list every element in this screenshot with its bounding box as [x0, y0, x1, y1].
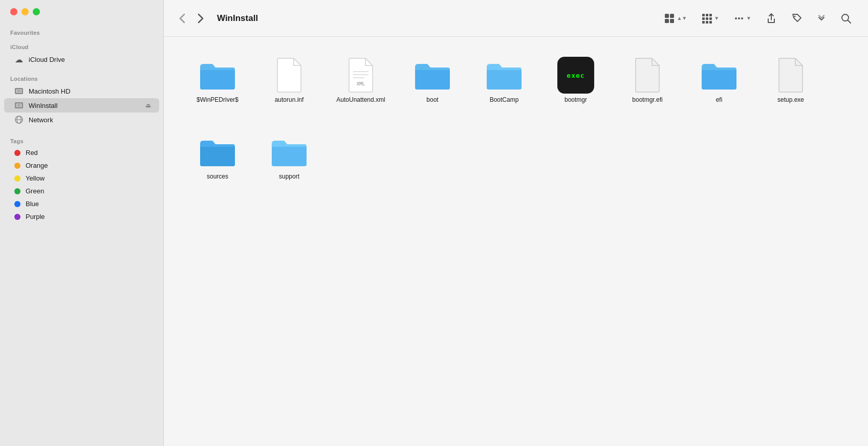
tag-button[interactable] — [787, 11, 807, 26]
folder-icon-efi — [699, 57, 740, 93]
file-item-sources[interactable]: sources — [184, 130, 251, 196]
file-item-autorun-inf[interactable]: autorun.inf — [256, 53, 322, 120]
macintosh-hd-label: Macintosh HD — [29, 87, 151, 95]
sidebar-item-tag-green[interactable]: Green — [4, 185, 159, 197]
file-item-support[interactable]: support — [256, 130, 322, 196]
svg-point-3 — [18, 91, 19, 92]
file-name-bootcamp: BootCamp — [490, 96, 519, 104]
file-item-bootmgr-efi[interactable]: bootmgr.efi — [614, 53, 681, 120]
doc-icon-setup-exe — [770, 57, 811, 93]
svg-rect-17 — [709, 14, 712, 16]
svg-rect-19 — [706, 17, 708, 20]
view-options-chevron-icon: ▼ — [714, 15, 719, 21]
file-name-sources: sources — [207, 173, 228, 181]
file-name-boot: boot — [426, 96, 438, 104]
tag-dot-orange — [14, 163, 20, 169]
tag-blue-label: Blue — [26, 200, 151, 208]
icloud-drive-label: iCloud Drive — [29, 56, 151, 63]
sidebar-item-tag-purple[interactable]: Purple — [4, 210, 159, 223]
svg-rect-12 — [670, 14, 674, 18]
tag-dot-red — [14, 150, 20, 156]
close-button[interactable] — [10, 8, 17, 15]
file-name-efi: efi — [716, 96, 723, 104]
doc-icon-autorun — [269, 57, 310, 93]
locations-label: Locations — [0, 72, 163, 84]
file-name-autorun-inf: autorun.inf — [275, 96, 304, 104]
file-name-support: support — [279, 173, 299, 181]
doc-icon-autounattend: XML — [340, 57, 381, 93]
exec-icon-bootmgr: exec — [555, 57, 596, 93]
file-name-winpedriver: $WinPEDriver$ — [197, 96, 238, 104]
svg-rect-21 — [702, 21, 705, 24]
tag-dot-blue — [14, 201, 20, 207]
tag-green-label: Green — [26, 187, 151, 195]
file-item-setup-exe[interactable]: setup.exe — [757, 53, 824, 120]
svg-point-24 — [735, 17, 737, 19]
svg-rect-20 — [709, 17, 712, 20]
svg-text:XML: XML — [357, 81, 365, 86]
svg-point-7 — [18, 105, 19, 106]
overflow-button[interactable] — [813, 12, 830, 25]
window-controls — [0, 8, 163, 26]
search-button[interactable] — [836, 11, 856, 26]
tags-label: Tags — [0, 134, 163, 146]
svg-rect-14 — [670, 19, 674, 23]
toolbar-title: WinInstall — [217, 13, 258, 24]
network-label: Network — [29, 116, 151, 124]
sidebar: Favourites iCloud ☁ iCloud Drive Locatio… — [0, 0, 164, 446]
tag-red-label: Red — [26, 149, 151, 157]
svg-rect-23 — [709, 21, 712, 24]
sidebar-item-wininstall[interactable]: WinInstall ⏏ — [4, 98, 159, 113]
network-icon — [14, 115, 24, 124]
file-item-efi[interactable]: efi — [686, 53, 752, 120]
file-name-autounattend: AutoUnattend.xml — [336, 96, 385, 104]
tag-orange-label: Orange — [26, 162, 151, 169]
svg-rect-16 — [706, 14, 708, 16]
sidebar-item-tag-yellow[interactable]: Yellow — [4, 172, 159, 185]
more-chevron-icon: ▼ — [746, 15, 751, 21]
tag-dot-green — [14, 188, 20, 194]
file-item-boot[interactable]: boot — [399, 53, 466, 120]
svg-point-25 — [738, 17, 740, 19]
minimize-button[interactable] — [21, 8, 29, 15]
file-name-bootmgr: bootmgr — [565, 96, 587, 104]
svg-rect-22 — [706, 21, 708, 24]
share-button[interactable] — [762, 11, 781, 26]
favourites-label: Favourites — [0, 26, 163, 38]
file-name-setup-exe: setup.exe — [777, 96, 804, 104]
sidebar-item-tag-orange[interactable]: Orange — [4, 159, 159, 172]
folder-icon-bootcamp — [484, 57, 525, 93]
wininstall-label: WinInstall — [29, 102, 140, 109]
view-options-button[interactable]: ▼ — [697, 11, 723, 26]
svg-rect-13 — [665, 19, 669, 23]
sidebar-item-macintosh-hd[interactable]: Macintosh HD — [4, 84, 159, 98]
sidebar-item-network[interactable]: Network — [4, 113, 159, 127]
svg-point-26 — [741, 17, 743, 19]
sidebar-item-icloud-drive[interactable]: ☁ iCloud Drive — [4, 52, 159, 66]
svg-rect-11 — [665, 14, 669, 18]
main-content: WinInstall ▲▼ — [164, 0, 868, 446]
exec-display: exec — [557, 57, 594, 94]
sidebar-item-tag-red[interactable]: Red — [4, 146, 159, 159]
toolbar: WinInstall ▲▼ — [164, 0, 868, 37]
folder-icon-sources — [197, 134, 238, 170]
more-options-button[interactable]: ▼ — [729, 11, 755, 26]
disk-icon-2 — [14, 101, 24, 110]
svg-rect-18 — [702, 17, 705, 20]
view-grid-button[interactable]: ▲▼ — [660, 11, 691, 26]
disk-icon — [14, 86, 24, 96]
folder-icon-boot — [412, 57, 453, 93]
file-grid: $WinPEDriver$ autorun.inf XML — [164, 37, 868, 446]
folder-icon-winpedriver — [197, 57, 238, 93]
file-item-winpedriver[interactable]: $WinPEDriver$ — [184, 53, 251, 120]
back-button[interactable] — [176, 11, 188, 26]
tag-yellow-label: Yellow — [26, 174, 151, 182]
forward-button[interactable] — [194, 11, 207, 26]
file-item-bootmgr[interactable]: exec bootmgr — [542, 53, 609, 120]
maximize-button[interactable] — [33, 8, 40, 15]
sidebar-item-tag-blue[interactable]: Blue — [4, 197, 159, 210]
eject-icon[interactable]: ⏏ — [145, 102, 151, 109]
file-name-bootmgr-efi: bootmgr.efi — [632, 96, 662, 104]
file-item-autounattend-xml[interactable]: XML AutoUnattend.xml — [328, 53, 394, 120]
file-item-bootcamp[interactable]: BootCamp — [471, 53, 537, 120]
